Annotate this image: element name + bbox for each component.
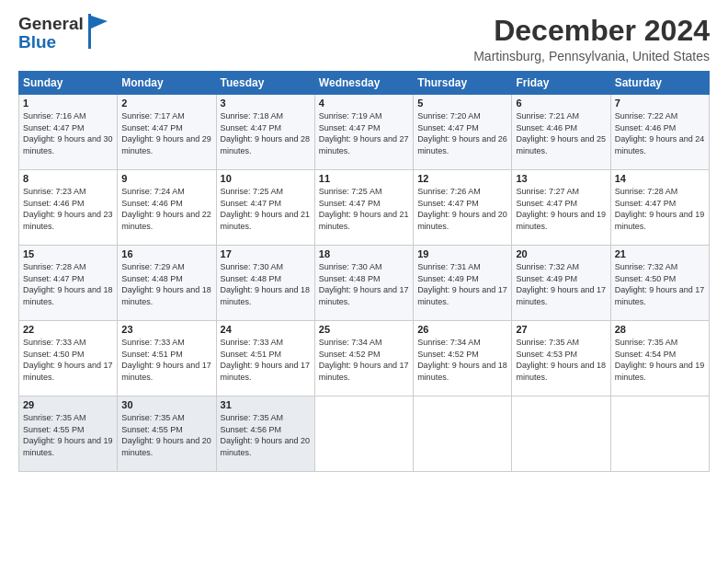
calendar-cell: 19 Sunrise: 7:31 AMSunset: 4:49 PMDaylig…	[414, 246, 512, 321]
day-info: Sunrise: 7:25 AMSunset: 4:47 PMDaylight:…	[319, 187, 409, 231]
header: General Blue December 2024 Martinsburg, …	[18, 15, 710, 63]
title-block: December 2024 Martinsburg, Pennsylvania,…	[473, 15, 710, 63]
day-number: 15	[23, 248, 113, 259]
day-info: Sunrise: 7:35 AMSunset: 4:55 PMDaylight:…	[23, 413, 113, 457]
calendar-cell: 16 Sunrise: 7:29 AMSunset: 4:48 PMDaylig…	[118, 246, 216, 321]
svg-marker-1	[91, 16, 108, 29]
calendar-cell: 6 Sunrise: 7:21 AMSunset: 4:46 PMDayligh…	[512, 95, 610, 170]
day-number: 17	[221, 248, 311, 259]
day-info: Sunrise: 7:29 AMSunset: 4:48 PMDaylight:…	[121, 262, 211, 306]
day-number: 21	[615, 248, 705, 259]
day-number: 19	[417, 248, 507, 259]
day-info: Sunrise: 7:28 AMSunset: 4:47 PMDaylight:…	[615, 187, 705, 231]
day-number: 25	[319, 324, 409, 335]
calendar-cell: 25 Sunrise: 7:34 AMSunset: 4:52 PMDaylig…	[314, 321, 413, 396]
calendar-cell: 28 Sunrise: 7:35 AMSunset: 4:54 PMDaylig…	[610, 321, 709, 396]
weekday-header-friday: Friday	[512, 72, 610, 95]
weekday-header-saturday: Saturday	[610, 72, 709, 95]
day-info: Sunrise: 7:34 AMSunset: 4:52 PMDaylight:…	[319, 338, 409, 382]
day-number: 4	[319, 98, 409, 109]
location-title: Martinsburg, Pennsylvania, United States	[473, 49, 710, 63]
day-info: Sunrise: 7:18 AMSunset: 4:47 PMDaylight:…	[221, 111, 311, 155]
calendar-cell: 31 Sunrise: 7:35 AMSunset: 4:56 PMDaylig…	[216, 396, 314, 472]
calendar-cell: 4 Sunrise: 7:19 AMSunset: 4:47 PMDayligh…	[314, 95, 413, 170]
svg-rect-0	[88, 14, 91, 49]
calendar-cell: 12 Sunrise: 7:26 AMSunset: 4:47 PMDaylig…	[414, 170, 512, 246]
calendar-cell	[414, 396, 512, 472]
calendar-cell: 21 Sunrise: 7:32 AMSunset: 4:50 PMDaylig…	[610, 246, 709, 321]
day-info: Sunrise: 7:23 AMSunset: 4:46 PMDaylight:…	[23, 187, 113, 231]
day-number: 10	[221, 173, 311, 184]
logo-flag-icon	[85, 14, 109, 49]
calendar-cell: 13 Sunrise: 7:27 AMSunset: 4:47 PMDaylig…	[512, 170, 610, 246]
day-info: Sunrise: 7:33 AMSunset: 4:50 PMDaylight:…	[23, 338, 113, 382]
day-number: 1	[23, 98, 113, 109]
day-number: 11	[319, 173, 409, 184]
calendar-cell: 8 Sunrise: 7:23 AMSunset: 4:46 PMDayligh…	[19, 170, 118, 246]
day-info: Sunrise: 7:21 AMSunset: 4:46 PMDaylight:…	[516, 111, 606, 155]
day-info: Sunrise: 7:35 AMSunset: 4:53 PMDaylight:…	[516, 338, 606, 382]
day-info: Sunrise: 7:33 AMSunset: 4:51 PMDaylight:…	[121, 338, 211, 382]
calendar-cell	[314, 396, 413, 472]
day-number: 6	[516, 98, 606, 109]
day-number: 18	[319, 248, 409, 259]
calendar-cell: 10 Sunrise: 7:25 AMSunset: 4:47 PMDaylig…	[216, 170, 314, 246]
weekday-header-monday: Monday	[118, 72, 216, 95]
calendar-cell: 20 Sunrise: 7:32 AMSunset: 4:49 PMDaylig…	[512, 246, 610, 321]
calendar-page: General Blue December 2024 Martinsburg, …	[0, 0, 728, 563]
calendar-cell: 22 Sunrise: 7:33 AMSunset: 4:50 PMDaylig…	[19, 321, 118, 396]
weekday-header-wednesday: Wednesday	[314, 72, 413, 95]
day-number: 30	[121, 399, 211, 410]
calendar-cell: 26 Sunrise: 7:34 AMSunset: 4:52 PMDaylig…	[414, 321, 512, 396]
calendar-cell: 17 Sunrise: 7:30 AMSunset: 4:48 PMDaylig…	[216, 246, 314, 321]
day-number: 2	[121, 98, 211, 109]
calendar-cell	[512, 396, 610, 472]
day-number: 27	[516, 324, 606, 335]
day-number: 16	[121, 248, 211, 259]
day-number: 5	[417, 98, 507, 109]
day-number: 13	[516, 173, 606, 184]
calendar-cell: 18 Sunrise: 7:30 AMSunset: 4:48 PMDaylig…	[314, 246, 413, 321]
day-number: 14	[615, 173, 705, 184]
logo-blue: Blue	[18, 33, 84, 52]
calendar-cell: 11 Sunrise: 7:25 AMSunset: 4:47 PMDaylig…	[314, 170, 413, 246]
weekday-header-sunday: Sunday	[19, 72, 118, 95]
day-info: Sunrise: 7:19 AMSunset: 4:47 PMDaylight:…	[319, 111, 409, 155]
day-number: 22	[23, 324, 113, 335]
day-info: Sunrise: 7:35 AMSunset: 4:55 PMDaylight:…	[121, 413, 211, 457]
day-number: 8	[23, 173, 113, 184]
day-info: Sunrise: 7:33 AMSunset: 4:51 PMDaylight:…	[221, 338, 311, 382]
calendar-cell: 7 Sunrise: 7:22 AMSunset: 4:46 PMDayligh…	[610, 95, 709, 170]
calendar-cell: 29 Sunrise: 7:35 AMSunset: 4:55 PMDaylig…	[19, 396, 118, 472]
logo: General Blue	[18, 15, 109, 52]
calendar-cell: 3 Sunrise: 7:18 AMSunset: 4:47 PMDayligh…	[216, 95, 314, 170]
weekday-header-tuesday: Tuesday	[216, 72, 314, 95]
day-info: Sunrise: 7:27 AMSunset: 4:47 PMDaylight:…	[516, 187, 606, 231]
calendar-cell: 24 Sunrise: 7:33 AMSunset: 4:51 PMDaylig…	[216, 321, 314, 396]
day-info: Sunrise: 7:28 AMSunset: 4:47 PMDaylight:…	[23, 262, 113, 306]
calendar-cell: 27 Sunrise: 7:35 AMSunset: 4:53 PMDaylig…	[512, 321, 610, 396]
day-number: 26	[417, 324, 507, 335]
day-info: Sunrise: 7:34 AMSunset: 4:52 PMDaylight:…	[417, 338, 507, 382]
day-info: Sunrise: 7:17 AMSunset: 4:47 PMDaylight:…	[121, 111, 211, 155]
day-info: Sunrise: 7:30 AMSunset: 4:48 PMDaylight:…	[221, 262, 311, 306]
calendar-cell: 2 Sunrise: 7:17 AMSunset: 4:47 PMDayligh…	[118, 95, 216, 170]
day-number: 12	[417, 173, 507, 184]
day-info: Sunrise: 7:16 AMSunset: 4:47 PMDaylight:…	[23, 111, 113, 155]
day-number: 28	[615, 324, 705, 335]
day-info: Sunrise: 7:32 AMSunset: 4:50 PMDaylight:…	[615, 262, 705, 306]
calendar-cell: 1 Sunrise: 7:16 AMSunset: 4:47 PMDayligh…	[19, 95, 118, 170]
calendar-cell: 23 Sunrise: 7:33 AMSunset: 4:51 PMDaylig…	[118, 321, 216, 396]
day-number: 20	[516, 248, 606, 259]
day-number: 31	[221, 399, 311, 410]
calendar-cell	[610, 396, 709, 472]
day-info: Sunrise: 7:25 AMSunset: 4:47 PMDaylight:…	[221, 187, 311, 231]
calendar-cell: 9 Sunrise: 7:24 AMSunset: 4:46 PMDayligh…	[118, 170, 216, 246]
day-info: Sunrise: 7:30 AMSunset: 4:48 PMDaylight:…	[319, 262, 409, 306]
day-number: 7	[615, 98, 705, 109]
weekday-header-thursday: Thursday	[414, 72, 512, 95]
day-number: 9	[121, 173, 211, 184]
day-number: 24	[221, 324, 311, 335]
day-info: Sunrise: 7:20 AMSunset: 4:47 PMDaylight:…	[417, 111, 507, 155]
calendar-cell: 15 Sunrise: 7:28 AMSunset: 4:47 PMDaylig…	[19, 246, 118, 321]
